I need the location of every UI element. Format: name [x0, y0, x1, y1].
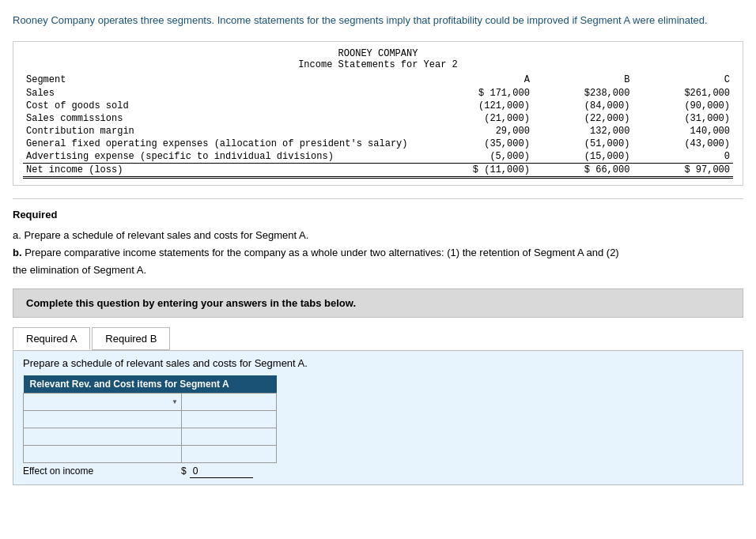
- effect-row: Effect on income $ 0: [23, 465, 733, 478]
- row-label: Net income (loss): [23, 163, 410, 177]
- row-label: Cost of goods sold: [23, 100, 410, 112]
- input-row-3-label[interactable]: [24, 428, 181, 445]
- row-b-value: $ 66,000: [533, 163, 633, 177]
- required-section: Required a. Prepare a schedule of releva…: [13, 209, 743, 279]
- row-c-value: (90,000): [633, 100, 733, 112]
- question-a: a. Prepare a schedule of relevant sales …: [13, 227, 743, 244]
- table-row: General fixed operating expenses (alloca…: [23, 138, 733, 150]
- input-row-1-value-cell[interactable]: [182, 393, 277, 410]
- section-divider: [13, 198, 743, 199]
- row-b-value: (15,000): [533, 150, 633, 164]
- input-row-3-label-cell[interactable]: [24, 428, 182, 445]
- input-row-4-label-cell[interactable]: [24, 445, 182, 462]
- tab-description: Prepare a schedule of relevant sales and…: [23, 357, 733, 369]
- col-b-header: B: [533, 74, 633, 87]
- input-table-container: Relevant Rev. and Cost items for Segment…: [23, 375, 733, 478]
- row-label: Sales: [23, 87, 410, 100]
- input-row-1-label-cell[interactable]: [24, 393, 182, 410]
- input-row-4-label[interactable]: [24, 446, 181, 462]
- input-table-header-label: Relevant Rev. and Cost items for Segment…: [24, 375, 277, 394]
- table-row: Advertising expense (specific to individ…: [23, 150, 733, 164]
- table-row: Sales $ 171,000 $238,000 $261,000: [23, 87, 733, 100]
- row-c-value: 0: [633, 150, 733, 164]
- input-row-2: [24, 410, 277, 428]
- input-row-2-label[interactable]: [24, 411, 181, 428]
- table-row: Contribution margin 29,000 132,000 140,0…: [23, 125, 733, 138]
- segment-col-header: Segment: [23, 74, 410, 87]
- row-b-value: $238,000: [533, 87, 633, 100]
- row-c-value: (31,000): [633, 112, 733, 125]
- financial-table: Segment A B C Sales $ 171,000 $238,000 $…: [23, 74, 733, 179]
- row-b-value: (22,000): [533, 112, 633, 125]
- table-row: Sales commissions (21,000) (22,000) (31,…: [23, 112, 733, 125]
- tab-required-a[interactable]: Required A: [13, 327, 90, 350]
- row-c-value: (43,000): [633, 138, 733, 150]
- complete-box: Complete this question by entering your …: [13, 288, 743, 318]
- question-b: b. Prepare comparative income statements…: [13, 244, 743, 262]
- input-row-2-value-cell[interactable]: [182, 410, 277, 428]
- effect-label: Effect on income: [23, 466, 181, 477]
- input-row-3: [24, 428, 277, 445]
- table-header-row: Segment A B C: [23, 74, 733, 87]
- row-label: Advertising expense (specific to individ…: [23, 150, 410, 164]
- input-row-2-value[interactable]: [182, 411, 276, 428]
- financial-table-container: ROONEY COMPANY Income Statements for Yea…: [13, 41, 743, 186]
- row-b-value: 132,000: [533, 125, 633, 138]
- row-a-value: (121,000): [410, 100, 532, 112]
- input-row-3-value[interactable]: [182, 428, 276, 445]
- row-label: General fixed operating expenses (alloca…: [23, 138, 410, 150]
- question-b-cont: the elimination of Segment A.: [13, 262, 743, 279]
- col-a-header: A: [410, 74, 532, 87]
- net-income-row: Net income (loss) $ (11,000) $ 66,000 $ …: [23, 163, 733, 177]
- row-c-value: $ 97,000: [633, 163, 733, 177]
- input-row-4-value[interactable]: [182, 446, 276, 462]
- input-table: Relevant Rev. and Cost items for Segment…: [23, 375, 277, 463]
- tabs-row: Required A Required B: [13, 327, 743, 350]
- row-b-value: (84,000): [533, 100, 633, 112]
- input-row-1-value[interactable]: [182, 394, 276, 410]
- input-row-4-value-cell[interactable]: [182, 445, 277, 462]
- row-c-value: 140,000: [633, 125, 733, 138]
- row-a-value: (5,000): [410, 150, 532, 164]
- input-row-3-value-cell[interactable]: [182, 428, 277, 445]
- row-b-value: (51,000): [533, 138, 633, 150]
- input-row-2-label-cell[interactable]: [24, 410, 182, 428]
- input-row-4: [24, 445, 277, 462]
- input-row-1: [24, 393, 277, 410]
- row-a-value: (21,000): [410, 112, 532, 125]
- row-label: Contribution margin: [23, 125, 410, 138]
- company-name: ROONEY COMPANY Income Statements for Yea…: [23, 48, 733, 70]
- row-a-value: 29,000: [410, 125, 532, 138]
- intro-text: Rooney Company operates three segments. …: [13, 13, 743, 28]
- tab-required-b[interactable]: Required B: [92, 327, 170, 350]
- table-row: Cost of goods sold (121,000) (84,000) (9…: [23, 100, 733, 112]
- row-a-value: $ (11,000): [410, 163, 532, 177]
- effect-value[interactable]: 0: [190, 465, 253, 478]
- col-c-header: C: [633, 74, 733, 87]
- row-a-value: $ 171,000: [410, 87, 532, 100]
- input-table-header: Relevant Rev. and Cost items for Segment…: [24, 375, 277, 394]
- effect-dollar: $: [181, 466, 187, 477]
- row-c-value: $261,000: [633, 87, 733, 100]
- row-a-value: (35,000): [410, 138, 532, 150]
- tab-content-area: Prepare a schedule of relevant sales and…: [13, 350, 743, 485]
- required-title: Required: [13, 209, 743, 220]
- question-list: a. Prepare a schedule of relevant sales …: [13, 227, 743, 279]
- row-label: Sales commissions: [23, 112, 410, 125]
- input-row-1-label[interactable]: [24, 394, 181, 410]
